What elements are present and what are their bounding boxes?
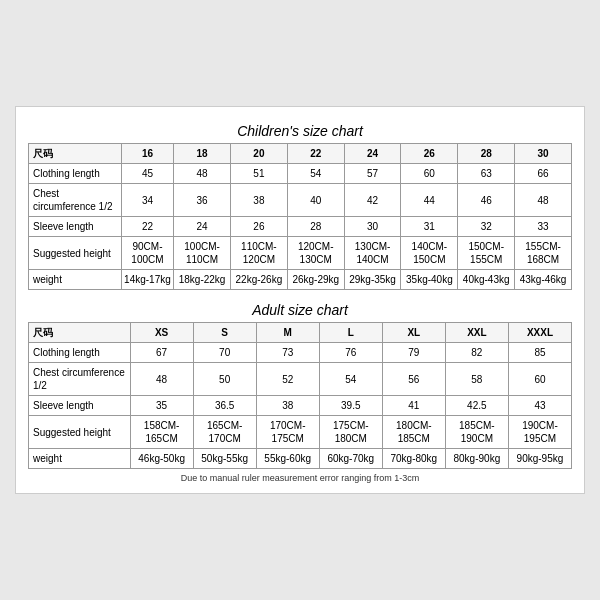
cell-value: 43 bbox=[508, 396, 571, 416]
cell-value: 18kg-22kg bbox=[174, 270, 231, 290]
adult-col-XXL: XXL bbox=[445, 323, 508, 343]
cell-value: 40 bbox=[287, 184, 344, 217]
cell-value: 40kg-43kg bbox=[458, 270, 515, 290]
cell-value: 48 bbox=[174, 164, 231, 184]
cell-value: 32 bbox=[458, 217, 515, 237]
cell-value: 140CM-150CM bbox=[401, 237, 458, 270]
cell-value: 36.5 bbox=[193, 396, 256, 416]
children-col-24: 24 bbox=[344, 144, 401, 164]
table-row: Suggested height158CM-165CM165CM-170CM17… bbox=[29, 416, 572, 449]
cell-value: 35 bbox=[130, 396, 193, 416]
cell-value: 60 bbox=[508, 363, 571, 396]
children-col-22: 22 bbox=[287, 144, 344, 164]
cell-value: 42.5 bbox=[445, 396, 508, 416]
cell-value: 70kg-80kg bbox=[382, 449, 445, 469]
children-col-label: 尺码 bbox=[29, 144, 122, 164]
cell-value: 39.5 bbox=[319, 396, 382, 416]
cell-value: 22kg-26kg bbox=[230, 270, 287, 290]
cell-value: 30 bbox=[344, 217, 401, 237]
cell-value: 60kg-70kg bbox=[319, 449, 382, 469]
cell-value: 50kg-55kg bbox=[193, 449, 256, 469]
cell-value: 63 bbox=[458, 164, 515, 184]
table-row: Chest circumference 1/23436384042444648 bbox=[29, 184, 572, 217]
table-row: Suggested height90CM-100CM100CM-110CM110… bbox=[29, 237, 572, 270]
cell-value: 90kg-95kg bbox=[508, 449, 571, 469]
adult-col-label: 尺码 bbox=[29, 323, 131, 343]
cell-value: 90CM-100CM bbox=[121, 237, 173, 270]
cell-value: 29kg-35kg bbox=[344, 270, 401, 290]
cell-value: 50 bbox=[193, 363, 256, 396]
cell-value: 24 bbox=[174, 217, 231, 237]
adult-title: Adult size chart bbox=[28, 302, 572, 318]
children-table: 尺码1618202224262830 Clothing length454851… bbox=[28, 143, 572, 290]
adult-col-XS: XS bbox=[130, 323, 193, 343]
cell-value: 35kg-40kg bbox=[401, 270, 458, 290]
cell-value: 26kg-29kg bbox=[287, 270, 344, 290]
children-header-row: 尺码1618202224262830 bbox=[29, 144, 572, 164]
cell-value: 60 bbox=[401, 164, 458, 184]
children-col-30: 30 bbox=[515, 144, 572, 164]
row-label: Clothing length bbox=[29, 164, 122, 184]
cell-value: 155CM-168CM bbox=[515, 237, 572, 270]
cell-value: 76 bbox=[319, 343, 382, 363]
row-label: Suggested height bbox=[29, 237, 122, 270]
cell-value: 34 bbox=[121, 184, 173, 217]
cell-value: 130CM-140CM bbox=[344, 237, 401, 270]
cell-value: 73 bbox=[256, 343, 319, 363]
cell-value: 46kg-50kg bbox=[130, 449, 193, 469]
adult-col-L: L bbox=[319, 323, 382, 343]
cell-value: 66 bbox=[515, 164, 572, 184]
cell-value: 185CM-190CM bbox=[445, 416, 508, 449]
cell-value: 57 bbox=[344, 164, 401, 184]
cell-value: 55kg-60kg bbox=[256, 449, 319, 469]
cell-value: 158CM-165CM bbox=[130, 416, 193, 449]
children-col-18: 18 bbox=[174, 144, 231, 164]
cell-value: 110CM-120CM bbox=[230, 237, 287, 270]
cell-value: 22 bbox=[121, 217, 173, 237]
cell-value: 54 bbox=[319, 363, 382, 396]
cell-value: 14kg-17kg bbox=[121, 270, 173, 290]
cell-value: 41 bbox=[382, 396, 445, 416]
cell-value: 42 bbox=[344, 184, 401, 217]
cell-value: 48 bbox=[515, 184, 572, 217]
cell-value: 26 bbox=[230, 217, 287, 237]
cell-value: 38 bbox=[256, 396, 319, 416]
adult-col-S: S bbox=[193, 323, 256, 343]
adult-header-row: 尺码XSSMLXLXXLXXXL bbox=[29, 323, 572, 343]
row-label: Chest circumference 1/2 bbox=[29, 363, 131, 396]
cell-value: 58 bbox=[445, 363, 508, 396]
cell-value: 170CM-175CM bbox=[256, 416, 319, 449]
table-row: weight46kg-50kg50kg-55kg55kg-60kg60kg-70… bbox=[29, 449, 572, 469]
cell-value: 31 bbox=[401, 217, 458, 237]
cell-value: 150CM-155CM bbox=[458, 237, 515, 270]
adult-table: 尺码XSSMLXLXXLXXXL Clothing length67707376… bbox=[28, 322, 572, 469]
row-label: Suggested height bbox=[29, 416, 131, 449]
cell-value: 48 bbox=[130, 363, 193, 396]
cell-value: 67 bbox=[130, 343, 193, 363]
children-col-16: 16 bbox=[121, 144, 173, 164]
table-row: Sleeve length2224262830313233 bbox=[29, 217, 572, 237]
row-label: Clothing length bbox=[29, 343, 131, 363]
footer-note: Due to manual ruler measurement error ra… bbox=[28, 473, 572, 483]
cell-value: 165CM-170CM bbox=[193, 416, 256, 449]
cell-value: 82 bbox=[445, 343, 508, 363]
table-row: Sleeve length3536.53839.54142.543 bbox=[29, 396, 572, 416]
row-label: weight bbox=[29, 449, 131, 469]
children-title: Children's size chart bbox=[28, 123, 572, 139]
adult-col-M: M bbox=[256, 323, 319, 343]
cell-value: 51 bbox=[230, 164, 287, 184]
chart-container: Children's size chart 尺码1618202224262830… bbox=[15, 106, 585, 494]
cell-value: 28 bbox=[287, 217, 344, 237]
cell-value: 85 bbox=[508, 343, 571, 363]
row-label: weight bbox=[29, 270, 122, 290]
row-label: Sleeve length bbox=[29, 396, 131, 416]
cell-value: 100CM-110CM bbox=[174, 237, 231, 270]
children-col-28: 28 bbox=[458, 144, 515, 164]
cell-value: 80kg-90kg bbox=[445, 449, 508, 469]
cell-value: 180CM-185CM bbox=[382, 416, 445, 449]
adult-col-XXXL: XXXL bbox=[508, 323, 571, 343]
cell-value: 190CM-195CM bbox=[508, 416, 571, 449]
cell-value: 175CM-180CM bbox=[319, 416, 382, 449]
cell-value: 36 bbox=[174, 184, 231, 217]
adult-col-XL: XL bbox=[382, 323, 445, 343]
